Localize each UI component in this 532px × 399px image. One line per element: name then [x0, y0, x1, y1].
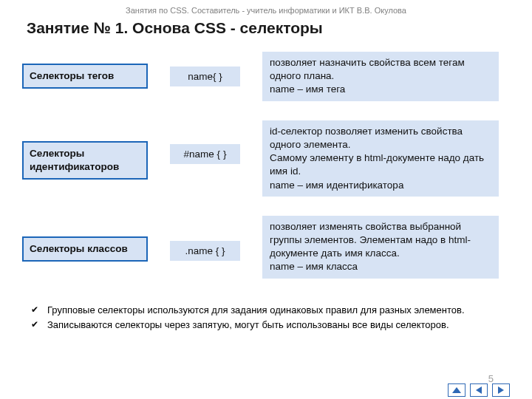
arrow-left-icon — [476, 386, 482, 394]
selector-desc-ids: id-селектор позволяет изменить свойства … — [262, 120, 499, 197]
footer-list: Групповые селекторы используются для зад… — [0, 304, 532, 332]
nav-prev-button[interactable] — [470, 383, 488, 397]
selector-desc-tags: позволяет назначить свойства всем тегам … — [262, 52, 499, 101]
selector-label-tags: Селекторы тегов — [22, 64, 148, 89]
selector-label-ids: Селекторы идентификаторов — [22, 141, 148, 180]
nav-next-button[interactable] — [492, 383, 510, 397]
arrow-right-icon — [498, 386, 504, 394]
selector-code-ids: #name { } — [170, 144, 240, 164]
page-number: 5 — [488, 373, 494, 384]
page-title: Занятие № 1. Основа CSS - селекторы — [0, 15, 532, 37]
nav-controls — [448, 383, 510, 397]
selector-label-classes: Селекторы классов — [22, 236, 148, 262]
selector-row-classes: Селекторы классов .name { } позволяет из… — [0, 216, 532, 279]
header-note: Занятия по CSS. Составитель - учитель ин… — [0, 0, 532, 15]
nav-home-button[interactable] — [448, 383, 466, 397]
footer-item: Групповые селекторы используются для зад… — [44, 304, 473, 317]
selector-desc-classes: позволяет изменять свойства выбранной гр… — [262, 216, 499, 279]
selector-row-tags: Селекторы тегов name{ } позволяет назнач… — [0, 52, 532, 101]
arrow-up-icon — [452, 387, 461, 393]
selector-code-classes: .name { } — [170, 241, 240, 261]
selector-code-tags: name{ } — [170, 66, 240, 86]
footer-item: Записываются селекторы через запятую, мо… — [44, 318, 473, 332]
selector-row-ids: Селекторы идентификаторов #name { } id-с… — [0, 120, 532, 197]
